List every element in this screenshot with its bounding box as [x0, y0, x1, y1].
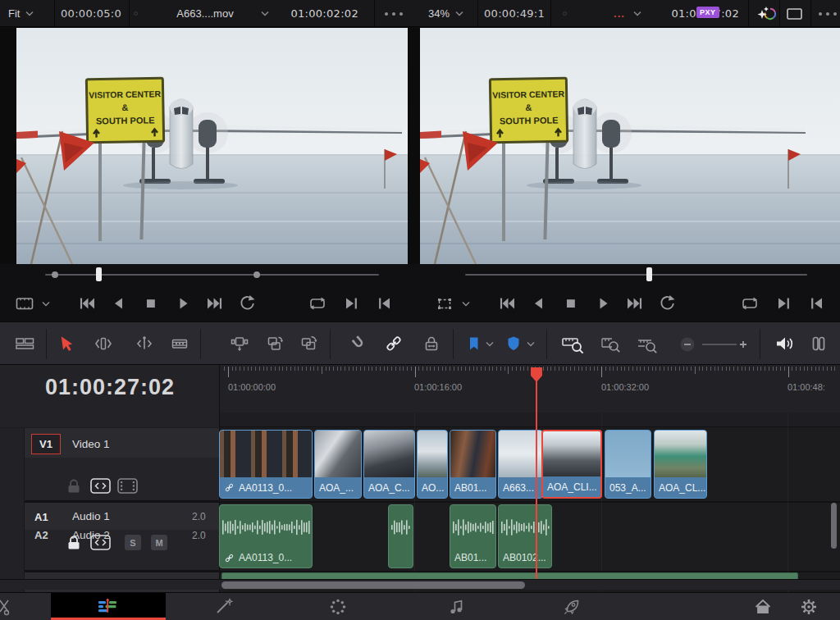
expand-icon[interactable]	[787, 0, 802, 27]
first-frame-button[interactable]	[497, 294, 517, 313]
source-zoom-dropdown[interactable]: Fit	[8, 0, 34, 27]
tab-fusion-page[interactable]	[212, 597, 235, 617]
insert-clip-icon[interactable]	[230, 334, 249, 353]
timeline-horizontal-scrollbar[interactable]	[0, 579, 840, 590]
settings-button[interactable]	[797, 597, 820, 617]
play-reverse-button[interactable]	[109, 294, 129, 313]
loop-range-button[interactable]	[740, 294, 760, 313]
cut-page-icon[interactable]	[0, 597, 11, 617]
audio-clip[interactable]: AB01...	[450, 504, 496, 568]
in-point-dot[interactable]	[52, 271, 58, 278]
clip-thumbnail-beach	[655, 431, 706, 477]
timeline-duration-timecode[interactable]: 00:00:49:1	[484, 0, 548, 27]
timeline-jog-bar[interactable]	[420, 264, 840, 285]
source-zoom-value: Fit	[8, 7, 20, 20]
source-jog-handle[interactable]	[96, 267, 102, 281]
prev-edit-button[interactable]	[375, 294, 395, 313]
position-lock-icon[interactable]	[422, 334, 441, 353]
viewer-options-menu[interactable]	[816, 0, 838, 27]
timeline-viewer[interactable]	[420, 28, 840, 264]
source-options-menu[interactable]	[382, 0, 404, 27]
marker-icon[interactable]	[504, 334, 523, 353]
tab-color-page[interactable]	[326, 597, 349, 617]
trim-edit-icon[interactable]	[94, 334, 113, 353]
play-reverse-button[interactable]	[529, 294, 549, 313]
timeline-name[interactable]: ...	[609, 0, 630, 27]
replace-clip-icon[interactable]	[299, 334, 318, 353]
audio-clip[interactable]: AB0102...	[498, 504, 552, 568]
source-clip-chevron[interactable]	[261, 0, 269, 27]
play-button[interactable]	[173, 294, 193, 313]
video-clip[interactable]: AOA_C...	[363, 430, 415, 499]
link-clips-icon[interactable]	[384, 334, 404, 353]
toolbar-divider	[453, 329, 454, 359]
video-clip[interactable]: AO...	[417, 430, 448, 499]
stop-button[interactable]	[141, 294, 161, 313]
clip-label: AB0102...	[499, 548, 551, 568]
flag-icon[interactable]	[464, 334, 484, 353]
dynamic-trim-icon[interactable]	[135, 334, 154, 353]
chevron-down-icon	[633, 11, 641, 16]
viewer-area	[0, 28, 840, 264]
page-navigation-bar	[0, 592, 840, 620]
video-clip[interactable]: AB01...	[450, 430, 496, 499]
first-frame-button[interactable]	[77, 294, 97, 313]
loop-range-button[interactable]	[308, 294, 327, 313]
overwrite-clip-icon[interactable]	[264, 334, 284, 353]
zoom-out-icon[interactable]	[678, 335, 697, 354]
video-clip[interactable]: AOA_CLI...	[541, 430, 602, 499]
out-point-dot[interactable]	[253, 271, 260, 278]
next-edit-button[interactable]	[774, 294, 793, 313]
video-clip[interactable]: AA0113_0...	[219, 430, 313, 499]
audio-clip[interactable]: AA0113_0...	[219, 504, 313, 568]
loop-button[interactable]	[657, 294, 677, 313]
mixer-icon[interactable]	[809, 334, 829, 353]
last-frame-button[interactable]	[205, 294, 225, 313]
timeline-vertical-scrollbar[interactable]	[831, 503, 837, 549]
audio-speaker-icon[interactable]	[774, 334, 796, 353]
zoom-custom-icon[interactable]	[637, 334, 661, 355]
next-edit-button[interactable]	[341, 294, 361, 313]
chevron-down-icon[interactable]	[462, 301, 470, 307]
chevron-down-icon[interactable]	[486, 341, 494, 347]
timeline-zoom-dropdown[interactable]: 34%	[428, 0, 463, 27]
timeline-view-options-icon[interactable]	[15, 334, 35, 354]
tab-deliver-page[interactable]	[560, 597, 583, 617]
last-frame-button[interactable]	[625, 294, 645, 313]
enhance-icon[interactable]	[756, 0, 778, 27]
source-duration-timecode[interactable]: 00:00:05:0	[61, 0, 126, 27]
zoom-full-extent-icon[interactable]	[561, 334, 586, 355]
viewer-mode-icon[interactable]	[15, 294, 34, 313]
source-viewer[interactable]	[0, 28, 408, 264]
timeline-name-chevron[interactable]	[633, 0, 641, 27]
source-clip-name[interactable]: A663....mov	[153, 0, 258, 27]
timeline-jog-handle[interactable]	[646, 267, 652, 281]
timeline-viewer-image	[420, 28, 840, 264]
stop-button[interactable]	[561, 294, 581, 313]
source-jog-bar[interactable]	[0, 264, 408, 285]
source-timecode[interactable]: 01:00:02:02	[281, 0, 358, 27]
transform-icon[interactable]	[435, 294, 454, 313]
chevron-down-icon	[25, 11, 34, 16]
timeline-transport-controls	[420, 285, 840, 321]
playhead-handle[interactable]	[530, 367, 543, 383]
video-clip[interactable]: AOA_...	[314, 430, 362, 499]
tab-edit-page[interactable]	[51, 593, 166, 618]
zoom-slider[interactable]	[701, 335, 751, 354]
tab-fairlight-page[interactable]	[445, 597, 468, 617]
chevron-down-icon[interactable]	[527, 341, 535, 347]
razor-icon[interactable]	[170, 334, 189, 353]
audio-clip[interactable]	[388, 504, 413, 568]
prev-edit-button[interactable]	[807, 294, 827, 313]
clip-thumbnail-plane-dark	[364, 431, 414, 477]
snapping-magnet-icon[interactable]	[349, 334, 369, 353]
video-clip[interactable]: AOA_CL...	[654, 430, 707, 499]
hscroll-thumb[interactable]	[221, 581, 525, 589]
loop-button[interactable]	[237, 294, 257, 313]
selection-cursor-icon[interactable]	[56, 334, 75, 353]
home-button[interactable]	[751, 597, 774, 617]
chevron-down-icon[interactable]	[42, 301, 50, 307]
zoom-detail-icon[interactable]	[599, 334, 623, 355]
video-clip[interactable]: 053_A...	[605, 430, 651, 499]
play-button[interactable]	[593, 294, 613, 313]
